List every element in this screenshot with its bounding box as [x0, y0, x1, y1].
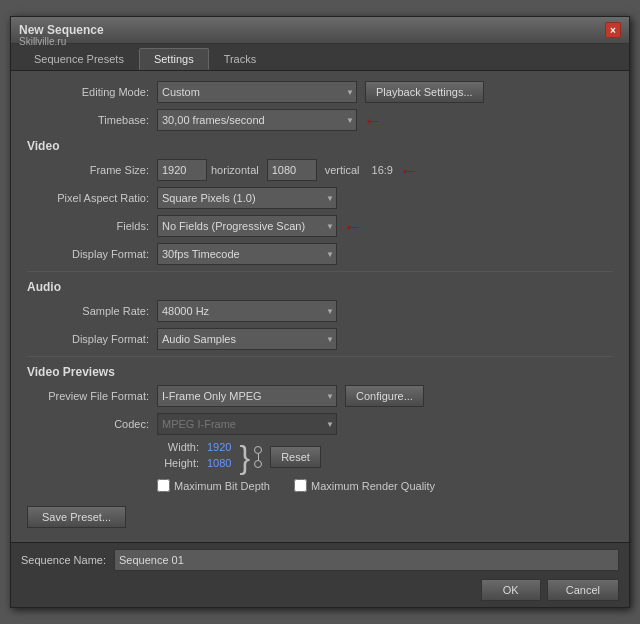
ok-button[interactable]: OK — [481, 579, 541, 601]
bracket-group: } Reset — [239, 441, 320, 473]
sequence-name-row: Sequence Name: — [21, 549, 619, 571]
width-height-group: Width: 1920 Height: 1080 } Reset — [157, 441, 613, 473]
video-section-header: Video — [27, 139, 613, 153]
editing-mode-row: Editing Mode: Custom Playback Settings..… — [27, 81, 613, 103]
checkboxes-row: Maximum Bit Depth Maximum Render Quality — [157, 479, 613, 492]
sample-rate-label: Sample Rate: — [27, 305, 157, 317]
preview-file-format-select[interactable]: I-Frame Only MPEG — [157, 385, 337, 407]
chain-icon — [254, 446, 262, 468]
editing-mode-select[interactable]: Custom — [157, 81, 357, 103]
audio-display-format-label: Display Format: — [27, 333, 157, 345]
audio-display-format-row: Display Format: Audio Samples — [27, 328, 613, 350]
preview-file-format-row: Preview File Format: I-Frame Only MPEG C… — [27, 385, 613, 407]
save-preset-button[interactable]: Save Preset... — [27, 506, 126, 528]
codec-row: Codec: MPEG I-Frame — [27, 413, 613, 435]
display-format-select[interactable]: 30fps Timecode — [157, 243, 337, 265]
width-value: 1920 — [207, 441, 231, 453]
pixel-aspect-row: Pixel Aspect Ratio: Square Pixels (1.0) — [27, 187, 613, 209]
height-label: Height: — [157, 457, 207, 469]
reset-button[interactable]: Reset — [270, 446, 321, 468]
max-render-quality-label: Maximum Render Quality — [311, 480, 435, 492]
tabs-bar: Sequence Presets Settings Tracks — [11, 44, 629, 71]
width-height-inputs: Width: 1920 Height: 1080 — [157, 441, 231, 473]
display-format-select-wrapper: 30fps Timecode — [157, 243, 337, 265]
timebase-label: Timebase: — [27, 114, 157, 126]
height-row: Height: 1080 — [157, 457, 231, 469]
save-preset-row: Save Preset... — [27, 506, 613, 528]
vertical-label: vertical — [325, 164, 360, 176]
timebase-select[interactable]: 30,00 frames/second — [157, 109, 357, 131]
timebase-row: Timebase: 30,00 frames/second ← — [27, 109, 613, 131]
dialog-window: New Sequence Skillville.ru × Sequence Pr… — [10, 16, 630, 608]
watermark: Skillville.ru — [19, 36, 66, 47]
max-bit-depth-label: Maximum Bit Depth — [174, 480, 270, 492]
height-value: 1080 — [207, 457, 231, 469]
max-bit-depth-checkbox-row: Maximum Bit Depth — [157, 479, 270, 492]
timebase-select-wrapper: 30,00 frames/second — [157, 109, 357, 131]
preview-file-format-label: Preview File Format: — [27, 390, 157, 402]
cancel-button[interactable]: Cancel — [547, 579, 619, 601]
pixel-aspect-select-wrapper: Square Pixels (1.0) — [157, 187, 337, 209]
codec-select-wrapper: MPEG I-Frame — [157, 413, 337, 435]
settings-content: Editing Mode: Custom Playback Settings..… — [11, 71, 629, 542]
dialog-buttons: OK Cancel — [21, 579, 619, 601]
pixel-aspect-label: Pixel Aspect Ratio: — [27, 192, 157, 204]
max-render-quality-checkbox[interactable] — [294, 479, 307, 492]
display-format-row: Display Format: 30fps Timecode — [27, 243, 613, 265]
audio-display-format-select-wrapper: Audio Samples — [157, 328, 337, 350]
fields-arrow: ← — [343, 216, 363, 236]
frame-size-group: horizontal vertical 16:9 — [157, 159, 393, 181]
sample-rate-row: Sample Rate: 48000 Hz — [27, 300, 613, 322]
width-label: Width: — [157, 441, 207, 453]
editing-mode-label: Editing Mode: — [27, 86, 157, 98]
title-bar: New Sequence Skillville.ru × — [11, 17, 629, 44]
pixel-aspect-select[interactable]: Square Pixels (1.0) — [157, 187, 337, 209]
video-previews-section-header: Video Previews — [27, 365, 613, 379]
playback-settings-button[interactable]: Playback Settings... — [365, 81, 484, 103]
audio-display-format-select[interactable]: Audio Samples — [157, 328, 337, 350]
frame-size-arrow: ← — [399, 160, 419, 180]
max-render-quality-checkbox-row: Maximum Render Quality — [294, 479, 435, 492]
sequence-name-input[interactable] — [114, 549, 619, 571]
display-format-label: Display Format: — [27, 248, 157, 260]
configure-button[interactable]: Configure... — [345, 385, 424, 407]
frame-size-row: Frame Size: horizontal vertical 16:9 ← — [27, 159, 613, 181]
codec-label: Codec: — [27, 418, 157, 430]
bottom-bar: Sequence Name: OK Cancel — [11, 542, 629, 607]
sample-rate-select-wrapper: 48000 Hz — [157, 300, 337, 322]
editing-mode-select-wrapper: Custom — [157, 81, 357, 103]
tab-tracks[interactable]: Tracks — [209, 48, 272, 70]
aspect-ratio-label: 16:9 — [372, 164, 393, 176]
fields-select[interactable]: No Fields (Progressive Scan) — [157, 215, 337, 237]
frame-size-label: Frame Size: — [27, 164, 157, 176]
codec-select[interactable]: MPEG I-Frame — [157, 413, 337, 435]
max-bit-depth-checkbox[interactable] — [157, 479, 170, 492]
horizontal-label: horizontal — [211, 164, 259, 176]
frame-width-input[interactable] — [157, 159, 207, 181]
fields-select-wrapper: No Fields (Progressive Scan) — [157, 215, 337, 237]
width-row: Width: 1920 — [157, 441, 231, 453]
frame-height-input[interactable] — [267, 159, 317, 181]
fields-label: Fields: — [27, 220, 157, 232]
timebase-arrow: ← — [363, 110, 383, 130]
tab-settings[interactable]: Settings — [139, 48, 209, 70]
sample-rate-select[interactable]: 48000 Hz — [157, 300, 337, 322]
close-button[interactable]: × — [605, 22, 621, 38]
sequence-name-label: Sequence Name: — [21, 554, 106, 566]
preview-file-format-select-wrapper: I-Frame Only MPEG — [157, 385, 337, 407]
bracket-icon: } — [239, 441, 250, 473]
audio-section-header: Audio — [27, 280, 613, 294]
tab-sequence-presets[interactable]: Sequence Presets — [19, 48, 139, 70]
fields-row: Fields: No Fields (Progressive Scan) ← — [27, 215, 613, 237]
